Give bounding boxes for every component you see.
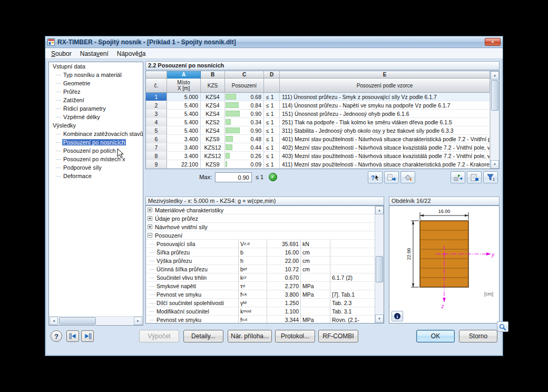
collapse-icon[interactable] (148, 233, 152, 238)
scroll-down-icon[interactable] (491, 160, 499, 169)
scroll-up-icon[interactable] (375, 206, 384, 214)
expand-icon[interactable] (148, 224, 152, 229)
scroll-down-icon[interactable] (375, 315, 384, 323)
scroll-right-icon[interactable] (134, 317, 142, 325)
detail-group-row[interactable]: Údaje pro průřez (146, 214, 375, 223)
column-letter-row: A B C D E (146, 71, 490, 79)
next-module-button[interactable] (81, 330, 94, 342)
detail-row[interactable]: Pevnost ve smyku fv,d 3.344 MPa Rovn. (2… (146, 316, 375, 323)
intermediate-results-panel: Mezivýsledky - x: 5.000 m - KZS4: g + w(… (145, 197, 384, 324)
expand-icon[interactable] (148, 208, 152, 212)
detail-row[interactable]: Pevnost ve smyku fv,k 3.800 MPa [7]. Tab… (146, 290, 375, 299)
table-row[interactable]: 6 3.400 KZS9 0.48 ≤ 1 401) Mezní stav po… (146, 135, 490, 143)
scroll-left-icon[interactable] (50, 317, 58, 325)
detail-row[interactable]: Modifikační součinitel kmod 1.100 Tab. 3… (146, 307, 375, 316)
row-number-cell: 6 (146, 135, 167, 143)
results-vertical-scrollbar[interactable] (490, 71, 499, 169)
tree-item-posouzeni-po-nosnicich[interactable]: Posouzení po nosnících (49, 138, 143, 146)
tree-item-posouzeni-po-mistech-x[interactable]: Posouzení po místech x (49, 155, 143, 163)
table-row[interactable]: 5 5.400 KZS4 0.90 ≤ 1 311) Stabilita - J… (146, 126, 490, 135)
detail-group-row[interactable]: Návrhové vnitřní síly (146, 223, 375, 231)
result-toolbar-left: ? (368, 171, 415, 183)
table-row[interactable]: 1 5.000 KZS4 0.68 ≤ 1 111) Únosnost průř… (146, 93, 490, 101)
tree-horizontal-scrollbar[interactable] (50, 316, 142, 325)
col-letter-a[interactable]: A (167, 71, 201, 79)
cell-misto: 3.400 (167, 152, 201, 160)
zoom-button[interactable] (497, 321, 508, 332)
cell-formula: 311) Stabilita - Jednoosý ohyb okolo osy… (280, 126, 490, 135)
table-row[interactable]: 9 22.100 KZS9 0.09 ≤ 1 411) Mezní stav p… (146, 160, 490, 169)
tree-item-posouzeni-po-polich[interactable]: Posouzení po polích (49, 146, 143, 155)
rf-combi-button[interactable]: RF-COMBI (318, 330, 358, 342)
col-letter-d[interactable]: D (264, 71, 280, 79)
tree-item-prurez[interactable]: Průřez (49, 87, 143, 96)
table-arrows-icon (454, 174, 463, 181)
menu-napoveda[interactable]: Nápověda (113, 49, 150, 58)
detail-row[interactable]: Dílčí součinitel spolehlivosti γM 1.250 … (146, 299, 375, 307)
scrollbar-thumb[interactable] (59, 317, 96, 325)
col-letter-b[interactable]: B (201, 71, 225, 79)
details-table: Materiálové charakteristiky Údaje pro pr… (145, 205, 384, 324)
table-row[interactable]: 8 3.400 KZS12 0.26 ≤ 1 403) Mezní stav p… (146, 152, 490, 160)
details-vertical-scrollbar[interactable] (375, 206, 384, 323)
tree-item-kombinace-zatezovacich-stavu[interactable]: Kombinace zatěžovacích stavů (49, 130, 143, 138)
funnel-icon: 1 (486, 174, 495, 181)
tree-item-deformace[interactable]: Deformace (49, 172, 143, 180)
menu-soubor[interactable]: Soubor (47, 49, 76, 58)
section-info-button[interactable]: i (392, 311, 403, 321)
table-row[interactable]: 7 3.400 KZS12 0.44 ≤ 1 402) Mezní stav p… (146, 143, 490, 152)
detail-row[interactable]: Účinná šířka průřezu bef 10.72 cm (146, 265, 375, 273)
help-button[interactable] (51, 330, 62, 342)
group-label: Posouzení (155, 232, 182, 239)
scrollbar-thumb[interactable] (491, 80, 498, 111)
cross-section-panel: Obdélník 16/22 16.00 22.00 (389, 197, 500, 324)
col-letter-e[interactable]: E (280, 71, 490, 79)
tree-section-vstupni-data[interactable]: Vstupní data (49, 62, 143, 71)
menu-nastaveni[interactable]: Nastavení (76, 49, 113, 58)
tree-item-zatizeni[interactable]: Zatížení (49, 96, 143, 104)
detail-group-row[interactable]: Posouzení (146, 231, 375, 240)
filter-button[interactable]: 1 (483, 171, 498, 183)
arrow-left-panel-icon (69, 333, 77, 339)
tree-item-typ-nosniku-a-material[interactable]: Typ nosníku a materiál (49, 71, 143, 79)
title-bar[interactable]: RX-TIMBER - Spojitý nosník - [Priklad 1 … (45, 36, 503, 48)
scrollbar-thumb[interactable] (376, 256, 383, 282)
detail-row[interactable]: Šířka průřezu b 16.00 cm (146, 248, 375, 257)
tree-item-ridici-parametry[interactable]: Řídicí parametry (49, 104, 143, 113)
jump-to-button[interactable] (384, 171, 399, 183)
col-letter-c[interactable]: C (225, 71, 264, 79)
mouse-cursor (117, 148, 124, 159)
printout-report-button[interactable] (467, 171, 482, 183)
check-bar (226, 144, 232, 150)
detail-row[interactable]: Výška průřezu h 22.00 cm (146, 257, 375, 265)
detail-row[interactable]: Smykové napětí τd 2.270 MPa (146, 282, 375, 290)
table-row[interactable]: 4 5.400 KZS2 0.34 ≤ 1 251) Tlak na podpo… (146, 118, 490, 126)
scroll-up-icon[interactable] (491, 71, 499, 80)
detail-row[interactable]: Součinitel vlivu trhlin kcr 0.670 6.1.7 … (146, 273, 375, 282)
tree-item-podporove-sily[interactable]: Podporové síly (49, 163, 143, 172)
national-annex-button[interactable]: Nár. příloha... (228, 330, 272, 342)
result-pointer-button[interactable]: ? (368, 171, 383, 183)
detail-group-row[interactable]: Materiálové charakteristiky (146, 206, 375, 214)
results-grid: A B C D E č. MístoX [m] KZS Posouzení Po… (146, 71, 490, 169)
symbol: kmod (239, 307, 267, 315)
table-row[interactable]: 3 5.400 KZS4 0.90 ≤ 1 151) Únosnost průř… (146, 110, 490, 118)
colors-button[interactable] (400, 171, 415, 183)
detail-row[interactable]: Posouvající síla Vz,d 35.691 kN (146, 240, 375, 248)
prev-module-button[interactable] (66, 330, 79, 342)
table-row[interactable]: 2 5.400 KZS4 0.84 ≤ 1 114) Únosnost průř… (146, 101, 490, 110)
cancel-button[interactable]: Storno (459, 330, 497, 342)
ok-button[interactable]: OK (416, 330, 455, 342)
export-table-button[interactable] (451, 171, 465, 183)
expand-icon[interactable] (148, 216, 152, 221)
cell-posouzeni: 0.48 (225, 135, 264, 143)
svg-text:?: ? (371, 174, 375, 181)
max-limit: ≤ 1 (256, 174, 263, 180)
protocol-button[interactable]: Protokol... (275, 330, 315, 342)
details-button[interactable]: Detaily... (183, 330, 223, 342)
close-button[interactable] (485, 38, 501, 46)
tree-section-vysledky[interactable]: Výsledky (49, 121, 143, 130)
tree-item-vzperne-delky[interactable]: Vzpěrné délky (49, 113, 143, 121)
check-bar (226, 153, 230, 159)
tree-item-geometrie[interactable]: Geometrie (49, 79, 143, 87)
